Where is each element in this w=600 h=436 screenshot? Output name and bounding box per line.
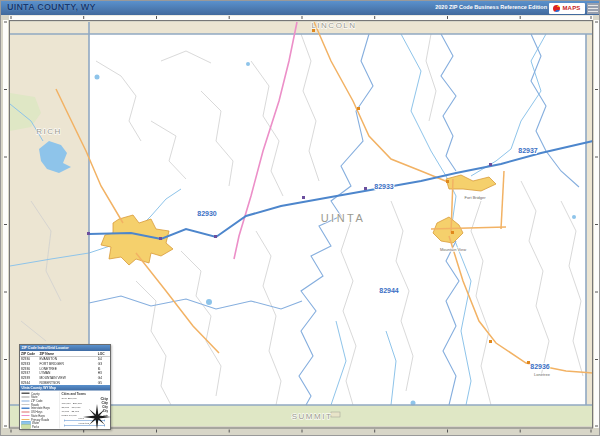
logo-burst-icon	[553, 5, 560, 12]
compass-rose-icon	[82, 402, 112, 432]
zip-label-82936: 82936	[530, 363, 550, 370]
map-page: UINTA COUNTY, WY 2020 ZIP Code Business …	[0, 0, 600, 436]
legend-symbols: County State ZIP Code Roads Interstate H…	[20, 392, 60, 429]
roads-line-swatch	[22, 404, 30, 405]
primary-road-line-swatch	[22, 419, 30, 420]
county-label-rich: RICH	[36, 127, 62, 136]
edition-label: 2020 ZIP Code Business Reference Edition	[435, 4, 547, 10]
zip-line-swatch	[22, 400, 30, 401]
header-bar: UINTA COUNTY, WY 2020 ZIP Code Business …	[1, 1, 600, 15]
zip-label-82933: 82933	[374, 183, 394, 190]
county-label-lincoln: LINCOLN	[311, 21, 356, 30]
state-hwy-line-swatch	[22, 415, 30, 416]
zip-label-82937: 82937	[518, 147, 538, 154]
place-label-lonetree: Lonetree	[534, 372, 551, 377]
page-title: UINTA COUNTY, WY	[7, 2, 96, 12]
interstate-line-swatch	[22, 407, 30, 409]
publisher-logo: MAPS	[549, 3, 585, 14]
state-line-swatch	[22, 397, 30, 398]
zip-index-table: ZIP Code ZIP Name LOC 82930 EVANSTON D4 …	[20, 351, 110, 385]
zip-label-82944: 82944	[379, 287, 399, 294]
logo-side-box	[587, 3, 599, 14]
place-label-fort-bridger: Fort Bridger	[464, 195, 486, 200]
county-label-summit: SUMMIT	[292, 412, 333, 421]
logo-brand-text: MAPS	[562, 5, 580, 11]
us-hwy-line-swatch	[22, 411, 30, 412]
parks-swatch	[22, 425, 31, 429]
county-label-uinta: UINTA	[321, 212, 366, 224]
place-label-mountain-view: Mountain View	[440, 247, 466, 252]
legend-item: Parks	[20, 425, 60, 429]
county-line-swatch	[22, 393, 30, 395]
zip-label-82930: 82930	[197, 210, 217, 217]
